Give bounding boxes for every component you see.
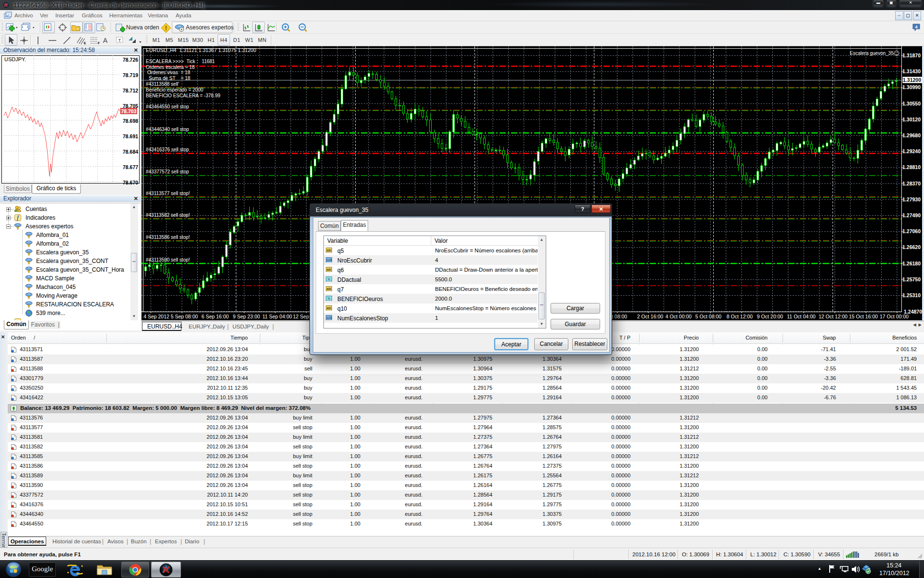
svg-text:1.26620: 1.26620 bbox=[902, 244, 921, 250]
svg-text:1.28810: 1.28810 bbox=[902, 164, 921, 170]
svg-text:5 Sep 08:00: 5 Sep 08:00 bbox=[171, 314, 198, 319]
svg-text:#43113577 sell stop!: #43113577 sell stop! bbox=[146, 191, 190, 196]
svg-text:1.30550: 1.30550 bbox=[902, 101, 921, 106]
svg-text:#43113586 sell stop!: #43113586 sell stop! bbox=[146, 235, 190, 240]
svg-text:ESCALERA >>>> Tick : 11681: ESCALERA >>>> Tick : 11681 bbox=[146, 59, 215, 64]
svg-text:#43113590 sell stop!: #43113590 sell stop! bbox=[146, 257, 190, 263]
svg-text:12 Oct 12:00: 12 Oct 12:00 bbox=[819, 314, 847, 319]
svg-text:4 Sep 2012: 4 Sep 2012 bbox=[143, 314, 169, 319]
svg-text:1.31430: 1.31430 bbox=[902, 68, 921, 74]
svg-text:5 Oct 08:00: 5 Oct 08:00 bbox=[695, 314, 721, 319]
svg-text:#43416376 sell stop: #43416376 sell stop bbox=[146, 147, 189, 152]
svg-text:11 Sep 04:00: 11 Sep 04:00 bbox=[262, 314, 292, 319]
svg-text:ab: ab bbox=[327, 267, 331, 272]
svg-text:#43377572 sell stop: #43377572 sell stop bbox=[146, 169, 189, 174]
svg-text:1.28370: 1.28370 bbox=[902, 181, 921, 186]
svg-text:Beneficio esperado = 2000: Beneficio esperado = 2000 bbox=[146, 87, 204, 92]
svg-text:1.24870: 1.24870 bbox=[904, 309, 922, 315]
svg-text:8 Oct 12:00: 8 Oct 12:00 bbox=[727, 314, 753, 319]
svg-text:#43464550 sell stop: #43464550 sell stop bbox=[146, 104, 189, 109]
svg-text:½: ½ bbox=[328, 297, 331, 300]
svg-text:Ordenes vivas = 18: Ordenes vivas = 18 bbox=[147, 70, 191, 75]
svg-text:T: T bbox=[118, 38, 121, 43]
svg-text:EURUSD.,H4 1.31121 1.31367 1.: EURUSD.,H4 1.31121 1.31367 1.31075 1.312… bbox=[146, 47, 256, 53]
svg-text:1.27930: 1.27930 bbox=[902, 197, 921, 202]
svg-text:Suma de ST = 18: Suma de ST = 18 bbox=[149, 76, 191, 81]
svg-text:2 Oct 16:00: 2 Oct 16:00 bbox=[637, 314, 663, 319]
svg-text:4 Oct 00:00: 4 Oct 00:00 bbox=[666, 314, 692, 319]
svg-text:1.26180: 1.26180 bbox=[902, 261, 921, 266]
svg-text:ab: ab bbox=[327, 248, 331, 252]
svg-text:#43446340 sell stop: #43446340 sell stop bbox=[146, 127, 189, 132]
svg-text:ab: ab bbox=[327, 287, 331, 291]
svg-text:1.25750: 1.25750 bbox=[902, 276, 921, 282]
svg-text:15 Oct 16:00: 15 Oct 16:00 bbox=[849, 314, 878, 319]
svg-text:123: 123 bbox=[326, 316, 332, 319]
svg-text:1.25310: 1.25310 bbox=[902, 292, 921, 298]
svg-text:6 Sep 16:00: 6 Sep 16:00 bbox=[202, 314, 229, 319]
svg-text:½: ½ bbox=[328, 277, 331, 281]
svg-text:4: 4 bbox=[915, 25, 917, 29]
svg-text:Escalera guevon_35: Escalera guevon_35 bbox=[850, 51, 894, 56]
svg-text:ab: ab bbox=[327, 306, 331, 310]
svg-text:1.29240: 1.29240 bbox=[902, 148, 921, 154]
svg-text:Ordenes escalera = 18: Ordenes escalera = 18 bbox=[146, 65, 195, 70]
svg-text:E: E bbox=[84, 41, 86, 45]
svg-text:9 Oct 20:00: 9 Oct 20:00 bbox=[757, 314, 783, 319]
svg-text:1.31870: 1.31870 bbox=[902, 53, 921, 58]
svg-text:#43113582 sell stop!: #43113582 sell stop! bbox=[146, 212, 190, 218]
svg-text:1.30120: 1.30120 bbox=[902, 117, 921, 122]
svg-text:BENEFICIO ESCALERA = -378.99: BENEFICIO ESCALERA = -378.99 bbox=[146, 93, 220, 98]
svg-text:1.27060: 1.27060 bbox=[902, 228, 921, 234]
svg-text:!: ! bbox=[165, 25, 167, 32]
svg-text:123: 123 bbox=[326, 258, 332, 262]
svg-text:#43113588 sell’: #43113588 sell’ bbox=[146, 81, 179, 87]
svg-text:1.31200: 1.31200 bbox=[903, 77, 921, 83]
svg-text:1.29680: 1.29680 bbox=[902, 132, 921, 138]
svg-text:1.30990: 1.30990 bbox=[902, 84, 921, 90]
svg-text:11 Oct 04:00: 11 Oct 04:00 bbox=[787, 314, 816, 319]
svg-text:1.27490: 1.27490 bbox=[902, 212, 921, 218]
svg-text:9 Sep 23:00: 9 Sep 23:00 bbox=[233, 314, 260, 319]
svg-text:F: F bbox=[98, 41, 100, 45]
